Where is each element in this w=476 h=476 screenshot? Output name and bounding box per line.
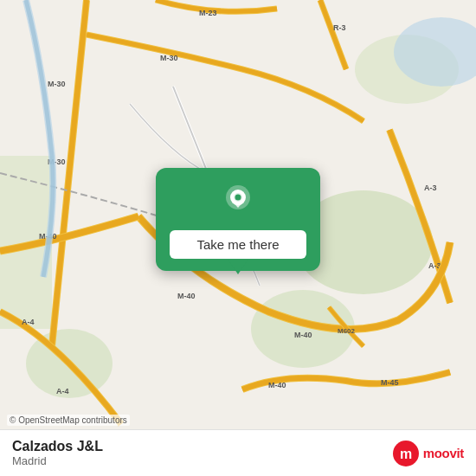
svg-text:M-40: M-40: [268, 381, 286, 389]
take-me-there-button[interactable]: Take me there: [170, 230, 306, 259]
svg-text:A-4: A-4: [22, 318, 35, 326]
location-info: Calzados J&L Madrid: [12, 439, 103, 467]
location-popup: Take me there: [156, 168, 320, 271]
moovit-icon: m: [392, 440, 420, 467]
location-name: Calzados J&L: [12, 439, 103, 454]
map-container: M-23 R-3 M-30 M-30 M-30 A-3 A-3 M-40 M-4…: [0, 0, 476, 476]
bottom-bar: Calzados J&L Madrid m moovit: [0, 429, 476, 476]
svg-text:R-3: R-3: [333, 23, 346, 32]
svg-text:m: m: [400, 447, 412, 461]
moovit-text: moovit: [423, 446, 464, 460]
svg-point-25: [235, 195, 241, 201]
svg-text:M-40: M-40: [177, 292, 196, 300]
svg-text:M602: M602: [338, 327, 356, 335]
svg-text:M-40: M-40: [294, 331, 312, 339]
location-city: Madrid: [12, 454, 103, 467]
svg-text:M-23: M-23: [199, 9, 217, 17]
svg-text:M-30: M-30: [48, 80, 66, 88]
map-attribution: © OpenStreetMap contributors: [7, 415, 130, 426]
location-pin-icon: [219, 183, 257, 222]
moovit-logo[interactable]: m moovit: [392, 440, 464, 467]
popup-tail: [228, 259, 248, 274]
svg-text:A-3: A-3: [424, 183, 437, 192]
svg-text:M-30: M-30: [160, 54, 178, 62]
svg-text:M-45: M-45: [381, 378, 399, 387]
svg-text:A-4: A-4: [56, 387, 69, 396]
